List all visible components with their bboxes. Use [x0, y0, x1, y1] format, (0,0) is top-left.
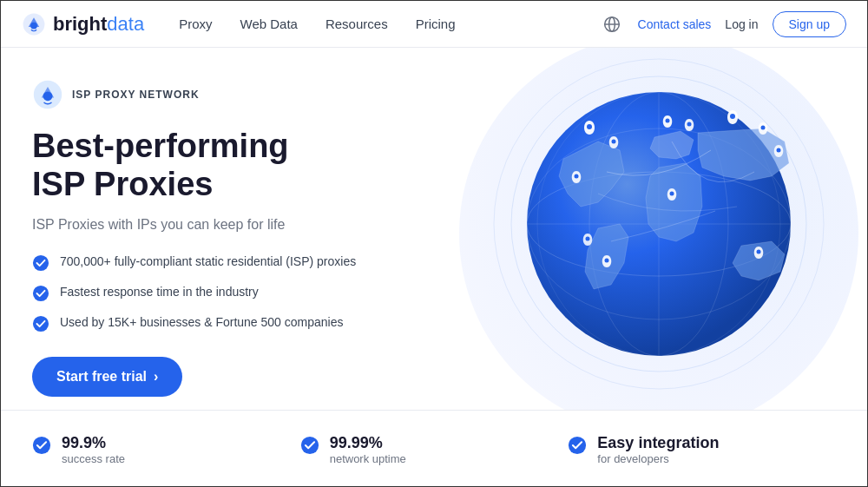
check-icon-2 — [32, 285, 49, 302]
stat-item-integration: Easy integration for developers — [568, 434, 836, 465]
language-icon[interactable] — [600, 12, 624, 36]
svg-point-19 — [587, 124, 592, 129]
stats-bar: 99.9% success rate 99.99% network uptime… — [1, 410, 867, 487]
stat-check-icon-2 — [300, 436, 319, 455]
svg-point-24 — [730, 114, 735, 119]
stat-value-3: Easy integration — [597, 434, 719, 452]
svg-point-21 — [575, 174, 579, 179]
stat-desc-2: network uptime — [330, 452, 406, 465]
svg-point-6 — [43, 91, 53, 101]
svg-point-1 — [30, 22, 37, 29]
stat-value-1: 99.9% — [62, 434, 125, 452]
chevron-right-icon: › — [154, 369, 158, 385]
stat-desc-1: success rate — [62, 452, 125, 465]
feature-item-1: 700,000+ fully-compliant static resident… — [32, 253, 407, 272]
main-nav: Proxy Web Data Resources Pricing — [179, 16, 599, 31]
svg-point-30 — [757, 250, 761, 254]
svg-point-27 — [670, 192, 674, 196]
login-button[interactable]: Log in — [725, 17, 758, 31]
feature-item-2: Fastest response time in the industry — [32, 284, 407, 302]
signup-button[interactable]: Sign up — [773, 11, 846, 37]
logo-data-text: data — [107, 13, 144, 36]
svg-point-7 — [33, 255, 49, 271]
nav-item-web-data[interactable]: Web Data — [240, 16, 298, 31]
stat-value-2: 99.99% — [330, 434, 406, 452]
stat-item-uptime: 99.99% network uptime — [300, 434, 569, 465]
stat-text-2: 99.99% network uptime — [330, 434, 406, 465]
isp-badge-label: ISP PROXY NETWORK — [72, 89, 200, 101]
check-icon-3 — [32, 315, 49, 332]
logo[interactable]: brightdata — [22, 12, 144, 36]
main-content: ISP PROXY NETWORK Best-performing ISP Pr… — [1, 48, 867, 410]
svg-point-22 — [666, 119, 670, 123]
svg-point-25 — [761, 126, 766, 130]
cta-label: Start free trial — [56, 369, 147, 385]
isp-badge-icon — [32, 79, 63, 110]
stat-check-icon-1 — [32, 436, 51, 455]
svg-point-23 — [687, 122, 692, 127]
globe-area — [433, 48, 867, 410]
svg-point-28 — [605, 259, 609, 263]
left-panel: ISP PROXY NETWORK Best-performing ISP Pr… — [1, 48, 435, 410]
contact-sales-link[interactable]: Contact sales — [638, 17, 712, 31]
logo-icon — [22, 12, 46, 36]
header: brightdata Proxy Web Data Resources Pric… — [1, 1, 867, 48]
check-icon-1 — [32, 254, 49, 272]
globe-visualization — [485, 55, 832, 397]
feature-list: 700,000+ fully-compliant static resident… — [32, 253, 407, 332]
stat-text-1: 99.9% success rate — [62, 434, 125, 465]
nav-item-proxy[interactable]: Proxy — [179, 16, 212, 31]
stat-item-success: 99.9% success rate — [32, 434, 300, 465]
svg-point-29 — [586, 237, 590, 241]
stat-check-icon-3 — [568, 436, 587, 455]
nav-item-pricing[interactable]: Pricing — [416, 16, 456, 31]
hero-headline: Best-performing ISP Proxies — [32, 128, 407, 203]
stat-desc-3: for developers — [597, 452, 719, 465]
header-right: Contact sales Log in Sign up — [600, 11, 846, 37]
feature-item-3: Used by 15K+ businesses & Fortune 500 co… — [32, 314, 407, 332]
logo-bright-text: bright — [53, 13, 107, 36]
svg-point-20 — [612, 140, 616, 144]
start-trial-button[interactable]: Start free trial › — [32, 357, 182, 397]
svg-point-9 — [33, 316, 49, 332]
svg-point-8 — [33, 286, 49, 301]
hero-subtitle: ISP Proxies with IPs you can keep for li… — [32, 217, 407, 233]
nav-item-resources[interactable]: Resources — [326, 16, 388, 31]
svg-point-26 — [777, 148, 781, 153]
isp-badge: ISP PROXY NETWORK — [32, 79, 407, 110]
stat-text-3: Easy integration for developers — [597, 434, 719, 465]
